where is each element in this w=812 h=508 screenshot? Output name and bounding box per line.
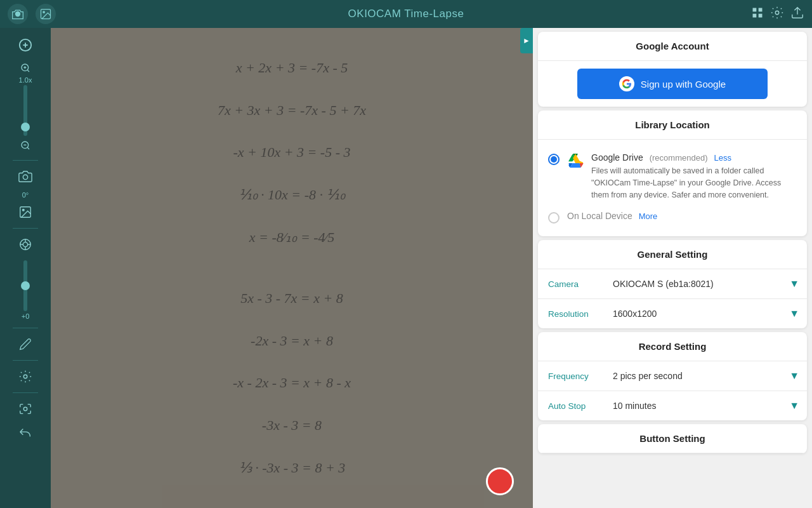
add-button[interactable] <box>8 34 43 56</box>
svg-line-16 <box>27 147 29 149</box>
frequency-dropdown-arrow[interactable]: ▼ <box>782 361 807 391</box>
svg-point-27 <box>23 375 27 378</box>
svg-line-12 <box>27 70 29 72</box>
google-account-title: Google Account <box>538 32 807 61</box>
sign-up-google-button[interactable]: Sign up with Google <box>577 69 768 99</box>
general-setting-rows: Camera OKIOCAM S (eb1a:8021) ▼ Resolutio… <box>538 269 807 328</box>
app-title: OKIOCAM Time-Lapse <box>348 8 464 20</box>
undo-button[interactable] <box>8 422 43 444</box>
export-icon[interactable] <box>790 6 804 23</box>
topbar: OKIOCAM Time-Lapse <box>0 0 812 28</box>
library-location-body: Google Drive (recommended) Less Files wi… <box>538 140 807 236</box>
focus-button[interactable] <box>8 398 43 420</box>
filter-button[interactable] <box>8 234 43 255</box>
svg-rect-3 <box>753 8 757 11</box>
zoom-label: 1.0x <box>19 76 32 84</box>
google-drive-header: Google Drive (recommended) Less <box>591 152 797 163</box>
frequency-setting-row: Frequency 2 pics per second ▼ <box>538 361 807 391</box>
resolution-setting-row: Resolution 1600x1200 ▼ <box>538 299 807 328</box>
gear-icon[interactable] <box>770 6 784 23</box>
frequency-value: 2 pics per second <box>608 362 782 390</box>
camera-icon[interactable] <box>8 4 28 24</box>
snapshot-button[interactable] <box>8 166 43 187</box>
google-drive-info: Google Drive (recommended) Less Files wi… <box>591 152 797 201</box>
camera-area: x + 2x + 3 = -7x - 5 7x + 3x + 3 = -7x -… <box>51 28 533 508</box>
google-account-section: Google Account Sign up with Google <box>538 32 807 107</box>
sidebar-settings-button[interactable] <box>8 366 43 387</box>
divider-1 <box>13 160 38 161</box>
photo-icon[interactable] <box>36 4 56 24</box>
zoom-control: 1.0x <box>8 61 43 152</box>
zoom-slider[interactable] <box>23 85 27 136</box>
camera-overlay <box>51 28 533 508</box>
record-button[interactable] <box>486 467 514 495</box>
svg-point-7 <box>775 11 779 15</box>
general-setting-section: General Setting Camera OKIOCAM S (eb1a:8… <box>538 240 807 328</box>
camera-dropdown-arrow[interactable]: ▼ <box>782 269 807 298</box>
google-drive-tag: (recommended) <box>650 153 708 163</box>
local-device-header: On Local Device More <box>567 211 657 221</box>
brightness-label: +0 <box>22 312 30 320</box>
general-setting-title: General Setting <box>538 240 807 269</box>
google-drive-desc: Files will automatically be saved in a f… <box>591 165 797 201</box>
divider-4 <box>13 360 38 361</box>
topbar-right <box>751 6 804 23</box>
auto-stop-label: Auto Stop <box>538 392 608 420</box>
svg-rect-4 <box>759 8 763 11</box>
brightness-slider[interactable] <box>23 260 27 311</box>
svg-point-28 <box>23 407 27 411</box>
rotation-label: 0° <box>22 191 29 199</box>
camera-setting-row: Camera OKIOCAM S (eb1a:8021) ▼ <box>538 269 807 299</box>
svg-point-2 <box>43 11 45 13</box>
frequency-label: Frequency <box>538 363 608 390</box>
topbar-left <box>8 4 56 24</box>
auto-stop-setting-row: Auto Stop 10 minutes ▼ <box>538 391 807 420</box>
grid-icon[interactable] <box>751 6 764 22</box>
svg-point-18 <box>23 175 27 179</box>
zoom-out-button[interactable] <box>18 138 32 152</box>
auto-stop-dropdown-arrow[interactable]: ▼ <box>782 391 807 420</box>
svg-point-0 <box>15 11 20 17</box>
panel-toggle-button[interactable]: ► <box>520 28 533 53</box>
resolution-value: 1600x1200 <box>608 300 782 328</box>
camera-value: OKIOCAM S (eb1a:8021) <box>608 270 782 298</box>
google-drive-option[interactable]: Google Drive (recommended) Less Files wi… <box>548 147 797 206</box>
local-device-option[interactable]: On Local Device More <box>548 206 797 229</box>
google-logo-icon <box>619 76 634 91</box>
gallery-button[interactable] <box>8 201 43 223</box>
google-drive-icon <box>567 152 584 170</box>
google-drive-less-link[interactable]: Less <box>714 153 731 163</box>
svg-rect-6 <box>759 13 763 17</box>
google-drive-name: Google Drive <box>591 152 643 163</box>
button-setting-section: Button Setting <box>538 424 807 453</box>
settings-panel: Google Account Sign up with Google Libra… <box>533 28 812 508</box>
pencil-button[interactable] <box>8 333 43 355</box>
button-setting-title: Button Setting <box>538 424 807 453</box>
svg-point-20 <box>22 209 24 211</box>
camera-label: Camera <box>538 271 608 298</box>
resolution-dropdown-arrow[interactable]: ▼ <box>782 299 807 328</box>
record-setting-title: Record Setting <box>538 332 807 361</box>
local-device-radio[interactable] <box>548 212 560 224</box>
google-drive-radio[interactable] <box>548 154 560 165</box>
local-device-info: On Local Device More <box>567 211 657 221</box>
resolution-label: Resolution <box>538 300 608 328</box>
google-button-wrapper: Sign up with Google <box>538 61 807 107</box>
library-location-section: Library Location Googl <box>538 110 807 236</box>
svg-rect-5 <box>753 13 757 17</box>
divider-3 <box>13 328 38 328</box>
zoom-in-button[interactable] <box>18 61 32 75</box>
record-setting-section: Record Setting Frequency 2 pics per seco… <box>538 332 807 420</box>
auto-stop-value: 10 minutes <box>608 392 782 420</box>
library-location-title: Library Location <box>538 110 807 140</box>
local-device-more-link[interactable]: More <box>639 211 658 221</box>
divider-5 <box>13 392 38 393</box>
divider-2 <box>13 228 38 229</box>
record-setting-rows: Frequency 2 pics per second ▼ Auto Stop … <box>538 361 807 420</box>
brightness-control: +0 <box>8 260 43 320</box>
svg-point-22 <box>23 242 27 246</box>
sidebar: 1.0x 0° <box>0 28 51 508</box>
local-device-name: On Local Device <box>567 211 632 221</box>
google-button-label: Sign up with Google <box>641 79 726 90</box>
camera-feed: x + 2x + 3 = -7x - 5 7x + 3x + 3 = -7x -… <box>51 28 533 508</box>
